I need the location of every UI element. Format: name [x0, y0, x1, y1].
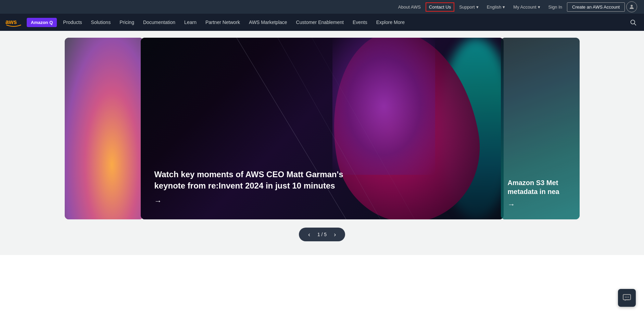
nav-solutions[interactable]: Solutions	[87, 14, 115, 31]
nav-customer-enablement[interactable]: Customer Enablement	[292, 14, 348, 31]
nav-learn[interactable]: Learn	[180, 14, 201, 31]
sign-in-link[interactable]: Sign In	[545, 2, 566, 12]
svg-text:aws: aws	[5, 19, 17, 25]
carousel-page-indicator: 1 / 5	[317, 232, 327, 237]
create-account-button[interactable]: Create an AWS Account	[567, 2, 625, 12]
aws-logo[interactable]: aws	[5, 17, 22, 27]
nav-pricing[interactable]: Pricing	[115, 14, 138, 31]
main-slide-arrow[interactable]: →	[154, 197, 360, 206]
support-label: Support	[459, 4, 475, 10]
support-link[interactable]: Support ▾	[456, 2, 482, 12]
carousel-slide-left[interactable]	[65, 38, 143, 219]
nav-events[interactable]: Events	[349, 14, 371, 31]
nav-products[interactable]: Products	[59, 14, 86, 31]
english-label: English	[487, 4, 502, 10]
nav-partner-network[interactable]: Partner Network	[201, 14, 244, 31]
right-slide-arrow[interactable]: →	[508, 200, 573, 209]
svg-line-3	[634, 24, 636, 25]
search-button[interactable]	[628, 17, 639, 28]
top-utility-bar: About AWS Contact Us Support ▾ English ▾…	[0, 0, 644, 14]
carousel-track: Watch key moments of AWS CEO Matt Garman…	[0, 38, 644, 219]
left-slide-bg	[65, 38, 143, 219]
nav-explore-more[interactable]: Explore More	[372, 14, 409, 31]
nav-aws-marketplace[interactable]: AWS Marketplace	[245, 14, 291, 31]
english-chevron-icon: ▾	[503, 4, 505, 10]
about-aws-link[interactable]: About AWS	[395, 2, 424, 12]
carousel-slide-right[interactable]: Amazon S3 Met metadata in nea →	[501, 38, 580, 219]
carousel-next-button[interactable]: ›	[331, 230, 339, 239]
main-slide-content: Watch key moments of AWS CEO Matt Garman…	[154, 169, 360, 206]
support-chevron-icon: ▾	[476, 4, 479, 10]
carousel-slide-main[interactable]: Watch key moments of AWS CEO Matt Garman…	[141, 38, 504, 219]
contact-us-link[interactable]: Contact Us	[426, 2, 454, 12]
user-avatar[interactable]	[626, 1, 637, 12]
english-link[interactable]: English ▾	[483, 2, 509, 12]
my-account-chevron-icon: ▾	[538, 4, 540, 10]
main-slide-title: Watch key moments of AWS CEO Matt Garman…	[154, 169, 360, 191]
purple-shape	[332, 38, 435, 175]
hero-carousel: Watch key moments of AWS CEO Matt Garman…	[0, 31, 644, 255]
main-navigation: aws Amazon Q Products Solutions Pricing …	[0, 14, 644, 31]
carousel-pagination: ‹ 1 / 5 ›	[299, 228, 345, 241]
right-slide-title: Amazon S3 Met metadata in nea	[508, 178, 573, 196]
nav-documentation[interactable]: Documentation	[139, 14, 179, 31]
my-account-link[interactable]: My Account ▾	[510, 2, 543, 12]
my-account-label: My Account	[513, 4, 536, 10]
svg-point-0	[631, 5, 633, 7]
carousel-prev-button[interactable]: ‹	[305, 230, 313, 239]
amazon-q-button[interactable]: Amazon Q	[27, 18, 57, 27]
